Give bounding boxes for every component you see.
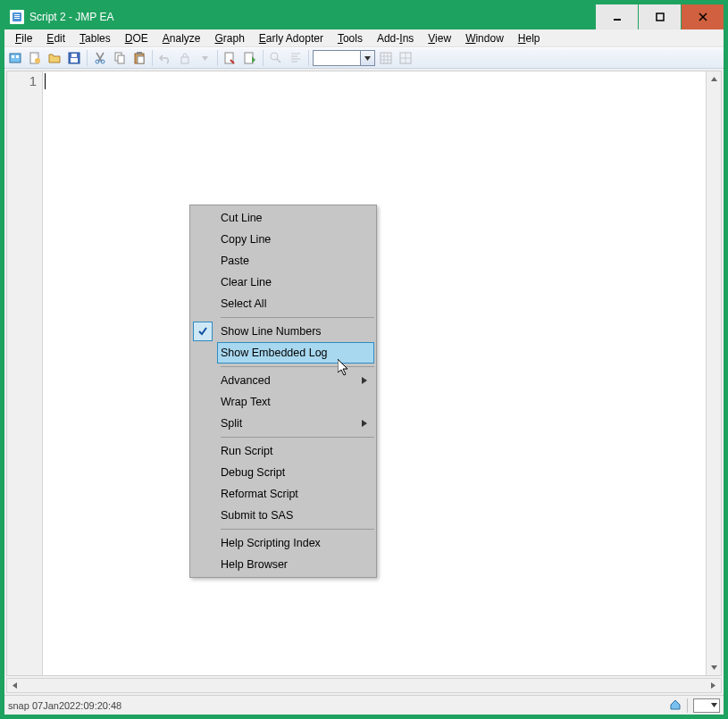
menu-item-label: Paste	[221, 255, 249, 267]
menu-item-advanced[interactable]: Advanced	[192, 370, 374, 391]
status-text: snap 07Jan2022:09:20:48	[8, 700, 669, 711]
scroll-track[interactable]	[22, 679, 706, 692]
menu-item-clear-line[interactable]: Clear Line	[192, 272, 374, 293]
tb-combo[interactable]	[313, 50, 375, 66]
menu-early-adopter[interactable]: Early Adopter	[252, 30, 331, 46]
maximize-button[interactable]	[638, 4, 681, 29]
close-button[interactable]	[681, 4, 724, 29]
menu-label: ables	[85, 32, 111, 45]
menu-item-help-scripting-index[interactable]: Help Scripting Index	[192, 532, 374, 554]
tb-save-icon[interactable]	[65, 49, 83, 67]
menu-label: ile	[21, 32, 32, 45]
menu-view[interactable]: View	[421, 30, 458, 46]
minimize-button[interactable]	[595, 4, 638, 29]
tb-open-icon[interactable]	[46, 49, 63, 67]
menu-item-copy-line[interactable]: Copy Line	[192, 229, 374, 250]
menu-item-show-line-numbers[interactable]: Show Line Numbers	[192, 321, 374, 342]
menu-label: ns	[403, 32, 414, 45]
menu-item-paste[interactable]: Paste	[192, 250, 374, 272]
text-caret	[45, 73, 46, 89]
scroll-track[interactable]	[707, 87, 721, 660]
menu-bar: File Edit Tables DOE Analyze Graph Early…	[4, 29, 724, 47]
scroll-down-icon[interactable]	[707, 660, 721, 675]
window-buttons	[595, 4, 724, 29]
menu-item-show-embedded-log[interactable]: Show Embedded Log	[217, 342, 374, 364]
line-number-gutter: 1	[7, 71, 43, 675]
menu-tools[interactable]: Tools	[331, 30, 370, 46]
menu-graph[interactable]: Graph	[207, 30, 251, 46]
menu-tables[interactable]: Tables	[72, 30, 118, 46]
tb-cut-icon[interactable]	[91, 49, 109, 67]
tb-zoom-icon[interactable]	[267, 49, 285, 67]
tb-lock-icon[interactable]	[176, 49, 194, 67]
svg-rect-8	[16, 55, 19, 58]
svg-rect-7	[12, 55, 14, 58]
scroll-up-icon[interactable]	[707, 71, 721, 87]
vertical-scrollbar[interactable]	[706, 71, 721, 675]
app-icon	[10, 10, 24, 24]
menu-label: arly Adopter	[266, 32, 323, 45]
home-icon[interactable]	[669, 698, 682, 713]
tb-undo-icon[interactable]	[156, 49, 174, 67]
checkmark-icon	[193, 322, 213, 341]
menu-item-label: Run Script	[221, 445, 272, 457]
tb-reformat-icon[interactable]	[287, 49, 305, 67]
svg-rect-17	[118, 55, 124, 63]
svg-rect-2	[14, 16, 20, 17]
menu-item-debug-script[interactable]: Debug Script	[192, 462, 374, 483]
menu-help[interactable]: Help	[511, 30, 548, 46]
tb-grid2-icon[interactable]	[397, 49, 414, 67]
toolbar-separator	[87, 50, 88, 66]
svg-rect-13	[71, 54, 77, 57]
menu-item-label: Show Line Numbers	[221, 325, 322, 338]
svg-rect-5	[657, 13, 664, 21]
menu-label: dit	[54, 32, 65, 45]
menu-label: ools	[343, 32, 363, 45]
svg-rect-20	[138, 56, 144, 63]
window-title: Script 2 - JMP EA	[29, 11, 595, 23]
menu-separator	[221, 437, 374, 438]
menu-item-split[interactable]: Split	[192, 413, 374, 434]
tb-home-icon[interactable]	[6, 49, 24, 67]
horizontal-scrollbar[interactable]	[6, 678, 722, 693]
status-bar: snap 07Jan2022:09:20:48	[4, 695, 724, 715]
menu-label: raph	[223, 32, 245, 45]
tb-debug-icon[interactable]	[222, 49, 239, 67]
menu-item-reformat-script[interactable]: Reformat Script	[192, 483, 374, 505]
menu-item-label: Advanced	[221, 374, 271, 387]
menu-item-cut-line[interactable]: Cut Line	[192, 207, 374, 229]
scroll-right-icon[interactable]	[706, 679, 721, 692]
menu-doe[interactable]: DOE	[118, 30, 155, 46]
status-combo[interactable]	[693, 698, 720, 713]
menu-edit[interactable]: Edit	[39, 30, 72, 46]
menu-item-label: Clear Line	[221, 276, 272, 288]
menu-item-submit-to-sas[interactable]: Submit to SAS	[192, 505, 374, 526]
menu-item-wrap-text[interactable]: Wrap Text	[192, 391, 374, 413]
tb-paste-icon[interactable]	[130, 49, 148, 67]
menu-item-label: Split	[221, 417, 242, 430]
menu-addins[interactable]: Add-Ins	[370, 30, 421, 46]
svg-point-10	[35, 58, 40, 63]
tb-new-icon[interactable]	[26, 49, 44, 67]
tb-copy-icon[interactable]	[111, 49, 129, 67]
menu-window[interactable]: Window	[458, 30, 511, 46]
menu-file[interactable]: File	[8, 30, 39, 46]
tb-dropdown-icon[interactable]	[196, 49, 213, 67]
svg-rect-12	[71, 58, 78, 63]
svg-rect-25	[381, 53, 391, 63]
toolbar-separator	[217, 50, 218, 66]
chevron-down-icon	[360, 51, 374, 65]
menu-item-label: Show Embedded Log	[221, 347, 328, 359]
menu-item-help-browser[interactable]: Help Browser	[192, 554, 374, 575]
context-menu: Cut LineCopy LinePasteClear LineSelect A…	[189, 205, 377, 578]
scroll-left-icon[interactable]	[7, 679, 22, 692]
tb-grid1-icon[interactable]	[377, 49, 395, 67]
toolbar-separator	[308, 50, 309, 66]
submenu-arrow-icon	[362, 374, 367, 387]
svg-rect-19	[137, 52, 142, 54]
tb-run-icon[interactable]	[241, 49, 259, 67]
menu-item-select-all[interactable]: Select All	[192, 293, 374, 314]
menu-analyze[interactable]: Analyze	[155, 30, 208, 46]
menu-item-run-script[interactable]: Run Script	[192, 440, 374, 462]
menu-label: OE	[132, 32, 147, 45]
